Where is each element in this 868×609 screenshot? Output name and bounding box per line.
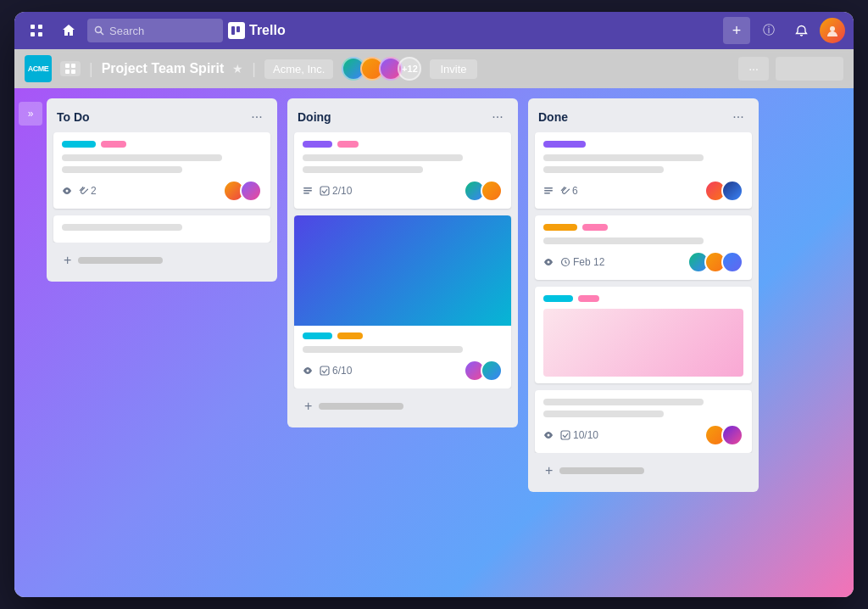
card-footer-6: Feb 12 — [543, 251, 743, 273]
card-footer-5: 6 — [543, 180, 743, 202]
card-text-7 — [543, 154, 704, 161]
add-icon: + — [64, 253, 71, 268]
meta-date-6: Feb 12 — [560, 256, 604, 268]
nav-right-actions: + ⓘ — [723, 17, 845, 44]
add-card-done[interactable]: + — [535, 456, 752, 485]
app-logo: Trello — [228, 22, 286, 39]
card-meta: 2 — [62, 185, 97, 197]
card-avatar-6c — [721, 251, 743, 273]
home-button[interactable] — [55, 17, 82, 44]
search-label: Search — [109, 25, 144, 37]
card-meta-5: 6 — [543, 185, 578, 197]
column-done-menu[interactable]: ··· — [728, 107, 748, 127]
grid-menu-button[interactable] — [23, 17, 50, 44]
card-avatar-3b — [481, 180, 503, 202]
card-text-10 — [543, 399, 704, 405]
column-done-cards: 6 — [528, 132, 759, 453]
info-button[interactable]: ⓘ — [755, 17, 782, 44]
card-avatars-3 — [464, 180, 503, 202]
create-button[interactable]: + — [723, 17, 750, 44]
card-todo-2[interactable] — [53, 215, 270, 243]
column-doing-title: Doing — [298, 110, 331, 124]
workspace-button[interactable]: Acme, Inc. — [264, 59, 333, 79]
user-avatar-nav[interactable] — [820, 18, 845, 43]
add-card-todo[interactable]: + — [53, 246, 270, 275]
meta-clip-5: 6 — [560, 185, 578, 197]
card-tags-3 — [303, 141, 503, 148]
svg-rect-10 — [71, 64, 75, 68]
clip-count-5: 6 — [572, 185, 578, 197]
card-tags — [62, 141, 262, 148]
card-done-1[interactable]: 6 — [535, 132, 752, 209]
column-doing-cards: 2/10 — [287, 132, 518, 388]
card-todo-1[interactable]: 2 — [53, 132, 270, 209]
star-button[interactable]: ★ — [232, 62, 243, 75]
board-type-button[interactable] — [60, 61, 81, 76]
svg-rect-21 — [544, 190, 553, 192]
card-text-3 — [62, 224, 182, 231]
svg-rect-17 — [320, 187, 329, 195]
svg-rect-26 — [561, 431, 570, 439]
tag-cyan-3 — [543, 295, 573, 302]
column-doing-menu[interactable]: ··· — [487, 107, 508, 127]
svg-rect-0 — [31, 25, 35, 29]
card-done-2[interactable]: Feb 12 — [535, 215, 752, 280]
board-menu-button[interactable]: ··· — [738, 57, 769, 81]
tag-cyan-2 — [303, 332, 332, 339]
invite-button[interactable]: Invite — [430, 59, 476, 79]
card-tags-7 — [543, 295, 743, 302]
svg-point-8 — [830, 26, 835, 31]
board-header-right: ··· — [738, 57, 843, 81]
card-done-4[interactable]: 10/10 — [535, 390, 752, 453]
workspace-label: Acme, Inc. — [273, 63, 325, 75]
card-done-3[interactable] — [535, 287, 752, 383]
meta-lines-5 — [543, 186, 554, 196]
card-tags-4 — [303, 332, 503, 339]
svg-rect-2 — [31, 32, 35, 36]
svg-line-5 — [101, 32, 104, 36]
column-doing: Doing ··· — [287, 98, 518, 427]
add-card-label — [78, 257, 163, 264]
column-doing-header: Doing ··· — [287, 98, 518, 132]
card-avatar-2 — [240, 180, 262, 202]
card-text-9 — [543, 237, 704, 244]
meta-checklist-3: 2/10 — [320, 185, 352, 197]
card-doing-1[interactable]: 2/10 — [294, 132, 511, 209]
svg-rect-20 — [544, 187, 553, 189]
notifications-button[interactable] — [787, 17, 815, 44]
card-meta-8: 10/10 — [543, 429, 598, 441]
tag-purple — [303, 141, 332, 148]
card-text-5 — [303, 166, 423, 173]
app-window: Search Trello + ⓘ — [14, 12, 854, 597]
add-card-label-3 — [559, 467, 644, 474]
meta-checklist-8: 10/10 — [560, 429, 598, 441]
svg-point-18 — [307, 370, 309, 372]
card-meta-3: 2/10 — [303, 185, 352, 197]
card-avatars — [223, 180, 262, 202]
meta-clip: 2 — [79, 185, 97, 197]
svg-point-25 — [548, 434, 550, 437]
date-label: Feb 12 — [573, 256, 604, 268]
member-avatars: +12 — [342, 57, 421, 81]
card-doing-2[interactable]: 6/10 — [294, 215, 511, 388]
svg-rect-11 — [65, 70, 70, 74]
svg-rect-15 — [303, 190, 312, 192]
pink-gradient-card — [543, 309, 743, 377]
svg-rect-1 — [38, 25, 42, 29]
collapse-sidebar-button[interactable]: » — [19, 102, 42, 126]
card-text-1 — [62, 154, 222, 161]
extra-members-count[interactable]: +12 — [398, 57, 421, 81]
search-bar[interactable]: Search — [87, 19, 223, 42]
card-text-8 — [543, 166, 664, 173]
column-todo-menu[interactable]: ··· — [247, 107, 267, 127]
svg-rect-19 — [320, 366, 329, 375]
card-avatars-5 — [704, 180, 743, 202]
columns-area: To Do ··· — [47, 88, 854, 597]
card-meta-4: 6/10 — [303, 365, 352, 377]
board-body: » To Do ··· — [14, 88, 854, 597]
svg-rect-12 — [71, 70, 75, 74]
meta-checklist-4: 6/10 — [320, 365, 352, 377]
card-text-11 — [543, 411, 664, 417]
add-card-doing[interactable]: + — [294, 392, 511, 421]
card-meta-6: Feb 12 — [543, 256, 604, 268]
